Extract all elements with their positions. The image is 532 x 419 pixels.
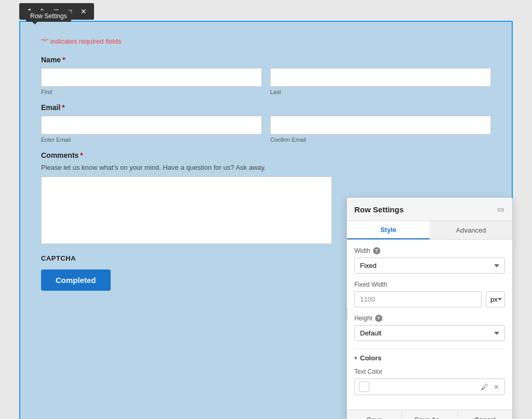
name-required-star: * [62, 56, 65, 64]
color-swatch[interactable] [359, 382, 369, 392]
save-button[interactable]: Save [347, 410, 402, 419]
close-button[interactable]: ✕ [77, 5, 90, 18]
name-first-input[interactable] [41, 68, 262, 87]
fixed-width-input[interactable] [354, 291, 482, 307]
email-enter-col: Enter Email [41, 116, 262, 143]
email-confirm-col: Confirm Email [270, 116, 491, 143]
colors-section-header[interactable]: ▾ Colors [354, 354, 505, 362]
panel-collapse-button[interactable]: ▭ [496, 204, 505, 214]
cancel-button[interactable]: Cancel [458, 410, 512, 419]
comments-required-star: * [80, 151, 83, 159]
text-color-field-group: Text Color 🖊 ✕ [354, 368, 505, 395]
eyedropper-button[interactable]: 🖊 [480, 382, 489, 392]
width-help-icon[interactable]: ? [373, 247, 380, 254]
unit-select[interactable]: px % em [486, 291, 505, 307]
email-label: Email * [41, 103, 491, 112]
width-label: Width ? [354, 247, 505, 254]
close-icon: ✕ [81, 7, 87, 16]
panel-drag-handle[interactable] [347, 198, 349, 419]
submit-button[interactable]: Completed [41, 269, 111, 291]
name-field-group: Name * First Last [41, 56, 491, 95]
color-picker-row: 🖊 ✕ [354, 379, 505, 395]
fixed-width-field-group: Fixed Width px % em [354, 281, 505, 307]
name-last-input[interactable] [270, 68, 491, 87]
required-notice: "*" indicates required fields [41, 37, 491, 45]
panel-header: Row Settings ▭ [347, 198, 512, 221]
panel-tabs: Style Advanced [347, 221, 512, 240]
email-confirm-input[interactable] [270, 116, 491, 134]
email-confirm-sublabel: Confirm Email [270, 137, 491, 143]
comments-textarea[interactable] [41, 177, 332, 244]
collapse-icon: ▭ [497, 205, 504, 213]
color-clear-button[interactable]: ✕ [493, 382, 500, 392]
height-label: Height ? [354, 315, 505, 322]
email-field-row: Enter Email Confirm Email [41, 116, 491, 143]
tab-style[interactable]: Style [347, 221, 430, 239]
fixed-width-label: Fixed Width [354, 281, 505, 288]
clear-icon: ✕ [494, 383, 499, 391]
email-enter-input[interactable] [41, 116, 262, 134]
tab-advanced[interactable]: Advanced [430, 221, 512, 239]
height-select[interactable]: Default Custom Full Height [354, 325, 505, 341]
name-field-row: First Last [41, 68, 491, 95]
height-help-icon[interactable]: ? [375, 315, 382, 322]
comments-hint: Please let us know what's on your mind. … [41, 164, 491, 171]
email-enter-sublabel: Enter Email [41, 137, 262, 143]
width-field-group: Width ? Fixed Full Width Custom [354, 247, 505, 274]
name-first-sublabel: First [41, 89, 262, 95]
text-color-label: Text Color [354, 368, 505, 375]
row-settings-panel: Row Settings ▭ Style Advanced Width ? [347, 197, 513, 419]
email-field-group: Email * Enter Email Confirm Email [41, 103, 491, 143]
panel-body: Width ? Fixed Full Width Custom Fixed Wi… [347, 240, 512, 410]
name-last-sublabel: Last [270, 89, 491, 95]
width-select[interactable]: Fixed Full Width Custom [354, 258, 505, 274]
name-label: Name * [41, 56, 491, 64]
panel-title: Row Settings [354, 205, 404, 214]
comments-label: Comments * [41, 151, 491, 159]
panel-footer: Save Save As... Cancel [347, 410, 512, 419]
name-last-col: Last [270, 68, 491, 95]
colors-label: Colors [360, 354, 381, 362]
section-divider [354, 348, 505, 349]
row-settings-tooltip: Row Settings [26, 10, 71, 22]
name-first-col: First [41, 68, 262, 95]
height-field-group: Height ? Default Custom Full Height [354, 315, 505, 341]
chevron-down-icon: ▾ [354, 355, 357, 361]
email-required-star: * [62, 103, 64, 112]
save-as-button[interactable]: Save As... [402, 410, 457, 419]
eyedropper-icon: 🖊 [481, 383, 488, 391]
fixed-width-row: px % em [354, 291, 505, 307]
